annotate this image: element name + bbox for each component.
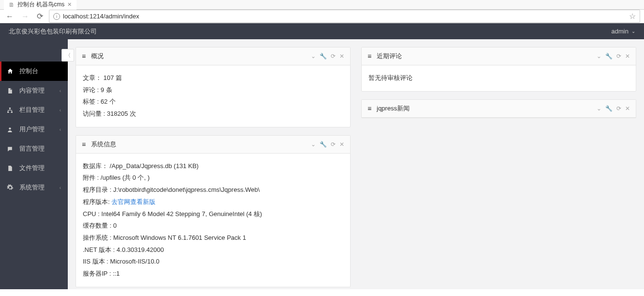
chevron-down-icon: ⌄ (631, 29, 635, 34)
panel-body: 暂无待审核评论 (362, 65, 636, 91)
collapse-icon[interactable]: ⌄ (311, 141, 316, 148)
nav-item-users[interactable]: 用户管理 ‹ (0, 120, 68, 139)
nav-item-content[interactable]: 内容管理 ‹ (0, 81, 68, 100)
nav-label: 内容管理 (19, 86, 45, 95)
stat-articles: 文章： 107 篇 (83, 72, 343, 84)
nav-item-dashboard[interactable]: 控制台 (0, 62, 68, 81)
info-icon[interactable]: i (53, 13, 60, 20)
panel-overview: 概况 ⌄ 🔧 ⟳ ✕ 文章： 107 篇 评论 : 9 条 标签 : 62 个 … (76, 47, 351, 127)
close-icon[interactable]: ✕ (67, 1, 72, 8)
menu-icon (368, 52, 373, 60)
sys-cpu: CPU : Intel64 Family 6 Model 42 Stepping… (83, 208, 343, 220)
site-name: 北京俊兴彩色包装印刷有限公司 (9, 27, 97, 36)
sitemap-icon (7, 107, 15, 113)
refresh-icon[interactable]: ⟳ (331, 141, 336, 148)
user-icon (7, 126, 15, 133)
nav-label: 控制台 (19, 67, 38, 76)
sys-iis: IIS 版本 : Microsoft-IIS/10.0 (83, 256, 343, 268)
svg-point-3 (9, 127, 11, 129)
chevron-left-icon: ‹ (60, 88, 61, 93)
panel-header: jqpress新闻 ⌄ 🔧 ⟳ ✕ (362, 100, 636, 118)
bookmark-star-icon[interactable]: ☆ (629, 12, 636, 21)
sidebar: 〈 控制台 内容管理 ‹ 栏目管理 ‹ (0, 39, 68, 289)
forward-button[interactable]: → (19, 12, 31, 21)
chevron-left-icon: ‹ (60, 185, 61, 190)
url-text: localhost:1214/admin/index (63, 13, 139, 20)
nav-label: 栏目管理 (19, 106, 45, 114)
svg-rect-2 (11, 111, 13, 113)
user-menu[interactable]: admin ⌄ (612, 28, 635, 35)
sys-app-dir: 程序目录 : J:\robotbird\gitcode\donet\jqpres… (83, 184, 343, 196)
panel-recent-comments: 近期评论 ⌄ 🔧 ⟳ ✕ 暂无待审核评论 (361, 47, 636, 92)
recent-comments-empty: 暂无待审核评论 (368, 72, 629, 84)
browser-toolbar: ← → ⟳ i localhost:1214/admin/index ☆ (0, 10, 644, 23)
panel-tools: ⌄ 🔧 ⟳ ✕ (597, 105, 630, 112)
chevron-left-icon: ‹ (60, 108, 61, 113)
nav-label: 文件管理 (19, 164, 45, 172)
stat-tags: 标签 : 62 个 (83, 96, 343, 108)
sys-version-prefix: 程序版本: (83, 198, 111, 205)
collapse-icon[interactable]: ⌄ (597, 105, 601, 112)
panel-title-text: 近期评论 (377, 52, 402, 61)
back-button[interactable]: ← (4, 12, 15, 21)
sys-version-link[interactable]: 去官网查看新版 (111, 198, 155, 205)
sidebar-collapse-button[interactable]: 〈 (61, 49, 74, 62)
panel-header: 近期评论 ⌄ 🔧 ⟳ ✕ (362, 47, 636, 65)
app-header: 北京俊兴彩色包装印刷有限公司 admin ⌄ (0, 23, 644, 39)
menu-icon (368, 105, 373, 112)
refresh-icon[interactable]: ⟳ (616, 53, 621, 60)
sys-version: 程序版本: 去官网查看新版 (83, 196, 343, 208)
nav-item-system[interactable]: 系统管理 ‹ (0, 178, 68, 197)
panel-tools: ⌄ 🔧 ⟳ ✕ (311, 53, 344, 60)
panel-title-text: jqpress新闻 (377, 104, 410, 113)
sys-os: 操作系统 : Microsoft Windows NT 6.1.7601 Ser… (83, 232, 343, 244)
collapse-icon[interactable]: ⌄ (597, 53, 601, 60)
file-icon (7, 165, 15, 171)
tab-title: 控制台 机器鸟cms (17, 0, 64, 9)
panel-title-text: 概况 (91, 52, 104, 61)
wrench-icon[interactable]: 🔧 (605, 105, 613, 112)
document-icon (7, 88, 15, 94)
wrench-icon[interactable]: 🔧 (320, 141, 327, 148)
reload-button[interactable]: ⟳ (35, 12, 45, 21)
collapse-icon[interactable]: ⌄ (311, 53, 316, 60)
url-bar[interactable]: i localhost:1214/admin/index ☆ (49, 10, 640, 23)
svg-rect-1 (7, 111, 9, 113)
stat-comments: 评论 : 9 条 (83, 84, 343, 96)
panel-tools: ⌄ 🔧 ⟳ ✕ (311, 141, 344, 148)
nav-item-files[interactable]: 文件管理 (0, 158, 68, 178)
sys-cache: 缓存数量 : 0 (83, 220, 343, 232)
refresh-icon[interactable]: ⟳ (331, 53, 336, 60)
main-content: 概况 ⌄ 🔧 ⟳ ✕ 文章： 107 篇 评论 : 9 条 标签 : 62 个 … (68, 39, 644, 289)
browser-tab-strip: 🗎 控制台 机器鸟cms ✕ (0, 0, 644, 10)
refresh-icon[interactable]: ⟳ (616, 105, 621, 112)
browser-tab[interactable]: 🗎 控制台 机器鸟cms ✕ (4, 0, 77, 10)
wrench-icon[interactable]: 🔧 (320, 53, 327, 60)
svg-rect-0 (9, 108, 11, 109)
nav-item-category[interactable]: 栏目管理 ‹ (0, 100, 68, 120)
panel-body: 文章： 107 篇 评论 : 9 条 标签 : 62 个 访问量 : 31820… (76, 65, 350, 127)
close-icon[interactable]: ✕ (339, 141, 344, 148)
user-label: admin (612, 28, 629, 35)
stat-visits: 访问量 : 318205 次 (83, 108, 343, 120)
close-icon[interactable]: ✕ (625, 53, 630, 60)
sys-server-ip: 服务器IP : ::1 (83, 268, 343, 280)
panel-header: 系统信息 ⌄ 🔧 ⟳ ✕ (76, 136, 350, 154)
panel-header: 概况 ⌄ 🔧 ⟳ ✕ (76, 47, 350, 65)
panel-system-info: 系统信息 ⌄ 🔧 ⟳ ✕ 数据库： /App_Data/Jqpress.db (… (76, 135, 351, 287)
wrench-icon[interactable]: 🔧 (605, 53, 613, 60)
nav-label: 系统管理 (19, 183, 45, 192)
close-icon[interactable]: ✕ (339, 53, 344, 60)
comment-icon (7, 146, 15, 152)
home-icon (7, 68, 15, 75)
nav-item-messages[interactable]: 留言管理 (0, 139, 68, 158)
menu-icon (82, 140, 87, 148)
panel-body: 数据库： /App_Data/Jqpress.db (131 KB) 附件 : … (76, 154, 350, 287)
sys-attachments: 附件 : /upfiles (共 0 个, ) (83, 172, 343, 184)
panel-news: jqpress新闻 ⌄ 🔧 ⟳ ✕ (361, 99, 636, 118)
close-icon[interactable]: ✕ (625, 105, 630, 112)
chevron-left-icon: ‹ (60, 127, 61, 132)
nav-label: 留言管理 (19, 144, 45, 153)
panel-title-text: 系统信息 (91, 140, 116, 149)
sys-database: 数据库： /App_Data/Jqpress.db (131 KB) (83, 160, 343, 172)
